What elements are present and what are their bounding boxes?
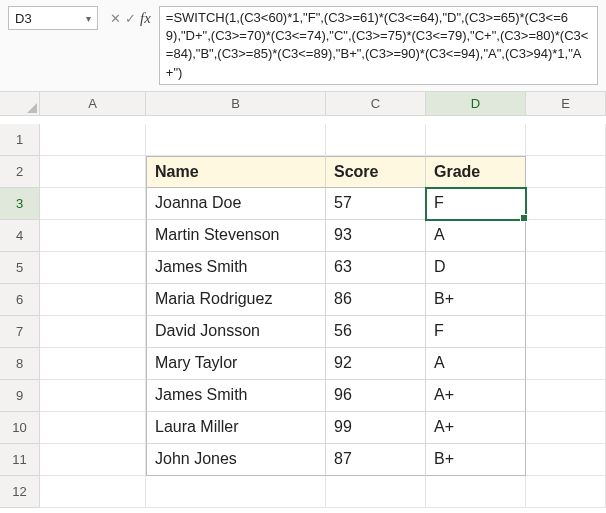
- cell-C9[interactable]: 96: [326, 380, 426, 412]
- cell-B5[interactable]: James Smith: [146, 252, 326, 284]
- row-header-1[interactable]: 1: [0, 124, 40, 156]
- cell-E7[interactable]: [526, 316, 606, 348]
- col-header-C[interactable]: C: [326, 92, 426, 116]
- cell-C7[interactable]: 56: [326, 316, 426, 348]
- cell-A9[interactable]: [40, 380, 146, 412]
- row-header-3[interactable]: 3: [0, 188, 40, 220]
- formula-bar-area: D3 ▾ ✕ ✓ fx =SWITCH(1,(C3<60)*1,"F",(C3>…: [0, 0, 606, 92]
- cell-E9[interactable]: [526, 380, 606, 412]
- cell-C2[interactable]: Score: [326, 156, 426, 188]
- cell-E10[interactable]: [526, 412, 606, 444]
- cell-C3[interactable]: 57: [326, 188, 426, 220]
- formula-buttons: ✕ ✓ fx: [106, 6, 155, 30]
- cell-A4[interactable]: [40, 220, 146, 252]
- row-header-5[interactable]: 5: [0, 252, 40, 284]
- cell-B9[interactable]: James Smith: [146, 380, 326, 412]
- cell-C10[interactable]: 99: [326, 412, 426, 444]
- row-header-7[interactable]: 7: [0, 316, 40, 348]
- cell-B4[interactable]: Martin Stevenson: [146, 220, 326, 252]
- cell-D4[interactable]: A: [426, 220, 526, 252]
- cell-B11[interactable]: John Jones: [146, 444, 326, 476]
- formula-group: ✕ ✓ fx =SWITCH(1,(C3<60)*1,"F",(C3>=61)*…: [106, 6, 598, 85]
- row-header-11[interactable]: 11: [0, 444, 40, 476]
- cell-C12[interactable]: [326, 476, 426, 508]
- cell-D2[interactable]: Grade: [426, 156, 526, 188]
- cell-E2[interactable]: [526, 156, 606, 188]
- col-header-A[interactable]: A: [40, 92, 146, 116]
- confirm-icon[interactable]: ✓: [125, 11, 136, 26]
- row-header-12[interactable]: 12: [0, 476, 40, 508]
- cell-A12[interactable]: [40, 476, 146, 508]
- cell-C4[interactable]: 93: [326, 220, 426, 252]
- cell-B8[interactable]: Mary Taylor: [146, 348, 326, 380]
- row-header-2[interactable]: 2: [0, 156, 40, 188]
- formula-input[interactable]: =SWITCH(1,(C3<60)*1,"F",(C3>=61)*(C3<=64…: [159, 6, 598, 85]
- spreadsheet-grid[interactable]: A B C D E 1 2 Name Score Grade 3 Joanna …: [0, 92, 606, 508]
- cell-D1[interactable]: [426, 124, 526, 156]
- cell-E3[interactable]: [526, 188, 606, 220]
- cell-D6[interactable]: B+: [426, 284, 526, 316]
- select-all-corner[interactable]: [0, 92, 40, 116]
- cell-B1[interactable]: [146, 124, 326, 156]
- row-header-4[interactable]: 4: [0, 220, 40, 252]
- cell-E8[interactable]: [526, 348, 606, 380]
- name-box-value: D3: [15, 11, 32, 26]
- cell-E6[interactable]: [526, 284, 606, 316]
- col-header-E[interactable]: E: [526, 92, 606, 116]
- cell-E1[interactable]: [526, 124, 606, 156]
- cell-D11[interactable]: B+: [426, 444, 526, 476]
- cell-D7[interactable]: F: [426, 316, 526, 348]
- cell-B10[interactable]: Laura Miller: [146, 412, 326, 444]
- row-header-6[interactable]: 6: [0, 284, 40, 316]
- cell-A7[interactable]: [40, 316, 146, 348]
- cell-B6[interactable]: Maria Rodriguez: [146, 284, 326, 316]
- cell-C8[interactable]: 92: [326, 348, 426, 380]
- cell-A3[interactable]: [40, 188, 146, 220]
- cell-D12[interactable]: [426, 476, 526, 508]
- row-header-10[interactable]: 10: [0, 412, 40, 444]
- cell-A2[interactable]: [40, 156, 146, 188]
- cell-E5[interactable]: [526, 252, 606, 284]
- cell-A1[interactable]: [40, 124, 146, 156]
- cell-A5[interactable]: [40, 252, 146, 284]
- row-header-9[interactable]: 9: [0, 380, 40, 412]
- cell-A8[interactable]: [40, 348, 146, 380]
- col-header-D[interactable]: D: [426, 92, 526, 116]
- cell-D5[interactable]: D: [426, 252, 526, 284]
- cell-A11[interactable]: [40, 444, 146, 476]
- cell-C11[interactable]: 87: [326, 444, 426, 476]
- cell-C5[interactable]: 63: [326, 252, 426, 284]
- row-header-8[interactable]: 8: [0, 348, 40, 380]
- cell-B2[interactable]: Name: [146, 156, 326, 188]
- cell-C6[interactable]: 86: [326, 284, 426, 316]
- cell-C1[interactable]: [326, 124, 426, 156]
- chevron-down-icon: ▾: [86, 13, 91, 24]
- cell-E12[interactable]: [526, 476, 606, 508]
- cell-D3[interactable]: F: [426, 188, 526, 220]
- fx-icon[interactable]: fx: [140, 10, 151, 27]
- name-box[interactable]: D3 ▾: [8, 6, 98, 30]
- cell-E4[interactable]: [526, 220, 606, 252]
- cell-D10[interactable]: A+: [426, 412, 526, 444]
- cell-B3[interactable]: Joanna Doe: [146, 188, 326, 220]
- cell-A10[interactable]: [40, 412, 146, 444]
- col-header-B[interactable]: B: [146, 92, 326, 116]
- cell-A6[interactable]: [40, 284, 146, 316]
- cancel-icon[interactable]: ✕: [110, 11, 121, 26]
- cell-D8[interactable]: A: [426, 348, 526, 380]
- cell-E11[interactable]: [526, 444, 606, 476]
- cell-B12[interactable]: [146, 476, 326, 508]
- cell-B7[interactable]: David Jonsson: [146, 316, 326, 348]
- cell-D9[interactable]: A+: [426, 380, 526, 412]
